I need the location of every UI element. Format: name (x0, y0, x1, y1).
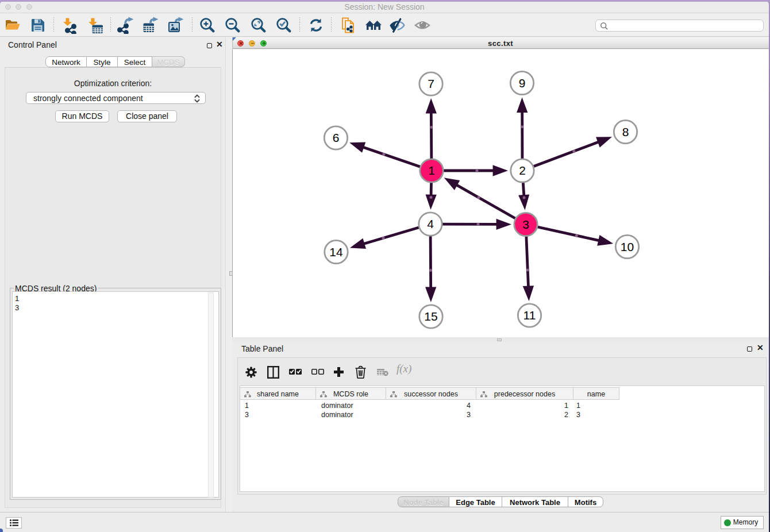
svg-text:9: 9 (519, 76, 526, 90)
svg-text:10: 10 (621, 240, 634, 253)
svg-text:8: 8 (622, 125, 629, 138)
svg-text:2: 2 (519, 164, 526, 177)
svg-text:1: 1 (428, 164, 435, 177)
svg-text:7: 7 (428, 77, 434, 90)
svg-text:3: 3 (522, 218, 529, 231)
svg-text:14: 14 (329, 245, 343, 259)
svg-text:15: 15 (424, 310, 437, 323)
svg-text:11: 11 (523, 309, 536, 322)
svg-text:4: 4 (427, 217, 434, 230)
svg-text:6: 6 (333, 131, 340, 144)
